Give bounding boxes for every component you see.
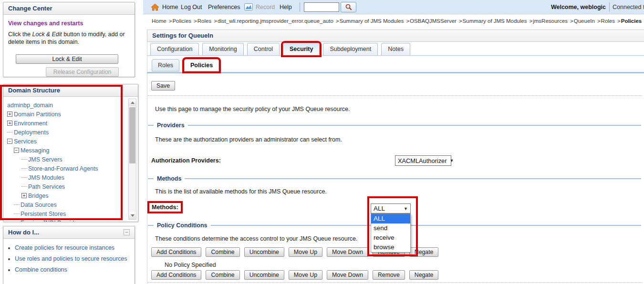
combine-button[interactable]: Combine [206, 270, 239, 280]
help-link[interactable]: Help [280, 4, 292, 10]
tree-item-store-and-forward-agents[interactable]: Store-and-Forward Agents [21, 164, 137, 173]
save-button[interactable]: Save [151, 81, 175, 91]
tree-item-data-sources[interactable]: Data Sources [14, 200, 137, 209]
breadcrumb-item[interactable]: Policies [172, 18, 191, 24]
tree-label[interactable]: Deployments [14, 129, 49, 136]
tree-label[interactable]: Store-and-Forward Agents [28, 165, 98, 172]
tree-label[interactable]: Domain Partitions [14, 111, 61, 118]
tree-label[interactable]: Messaging [21, 147, 49, 154]
separator [148, 282, 642, 283]
tree-label[interactable]: Environment [14, 120, 47, 127]
tree-label[interactable]: Data Sources [21, 202, 57, 208]
tree-item-adminbp-domain[interactable]: adminbp_domain [7, 101, 137, 110]
record-icon [244, 3, 253, 12]
link-combine-conditions[interactable]: Combine conditions [15, 266, 67, 273]
tree-label[interactable]: Bridges [28, 193, 48, 199]
methods-select-value: ALL [374, 205, 385, 212]
option-send[interactable]: send [371, 223, 410, 233]
collapse-panel-icon[interactable]: − [124, 229, 130, 235]
expand-icon[interactable]: + [7, 121, 12, 126]
tab-monitoring[interactable]: Monitoring [202, 43, 243, 55]
tab-configuration[interactable]: Configuration [150, 43, 199, 55]
lock-edit-button[interactable]: Lock & Edit [16, 54, 118, 64]
collapse-icon[interactable]: − [14, 148, 19, 153]
tab-control[interactable]: Control [247, 43, 280, 55]
add-conditions-button[interactable]: Add Conditions [151, 247, 201, 257]
methods-section-title: Methods [157, 175, 181, 182]
tree-item-messaging[interactable]: −Messaging [14, 146, 137, 155]
search-icon [345, 3, 353, 11]
subtab-policies[interactable]: Policies [184, 59, 219, 71]
expand-icon[interactable]: + [7, 112, 12, 117]
link-use-roles-policies[interactable]: Use roles and policies to secure resourc… [15, 255, 127, 262]
scrollbar-thumb[interactable] [129, 107, 135, 163]
add-conditions-button[interactable]: Add Conditions [151, 270, 201, 280]
list-item: Use roles and policies to secure resourc… [15, 255, 135, 262]
tree-scrollbar[interactable] [128, 99, 136, 220]
scroll-up-icon[interactable] [129, 99, 136, 106]
breadcrumb-item[interactable]: dist_wli.reporting.jmsprovider_error.que… [218, 18, 333, 24]
move-down-button[interactable]: Move Down [327, 247, 368, 257]
tree-label[interactable]: Persistent Stores [21, 211, 66, 217]
scroll-down-icon[interactable] [129, 212, 136, 219]
negate-button[interactable]: Negate [409, 270, 439, 280]
home-link[interactable]: Home [162, 4, 178, 10]
breadcrumb-item[interactable]: Home [152, 18, 166, 24]
authorization-providers-select[interactable]: XACMLAuthorizer ▼ [395, 155, 451, 166]
methods-select[interactable]: ALL ▼ [371, 203, 411, 213]
view-changes-link[interactable]: View changes and restarts [8, 20, 130, 27]
tab-subdeployment[interactable]: Subdeployment [323, 43, 378, 55]
breadcrumb-item[interactable]: Summary of JMS Modules [463, 18, 527, 24]
tree-label[interactable]: Services [14, 138, 37, 145]
tree-item-environment[interactable]: +Environment [7, 119, 137, 128]
tree-item-persistent-stores[interactable]: Persistent Stores [14, 209, 137, 218]
tree-item-jms-modules[interactable]: JMS Modules [21, 173, 137, 182]
search-input[interactable] [304, 2, 339, 12]
uncombine-button[interactable]: Uncombine [244, 247, 284, 257]
negate-button[interactable]: Negate [409, 247, 439, 257]
tree-label[interactable]: JMS Servers [28, 156, 62, 163]
tree-connector [7, 132, 13, 132]
link-create-policies[interactable]: Create policies for resource instances [15, 244, 114, 251]
tree-item-foreign-jndi-providers[interactable]: Foreign JNDI Providers [14, 218, 137, 222]
option-receive[interactable]: receive [371, 233, 410, 243]
preferences-link[interactable]: Preferences [208, 4, 240, 10]
tree-label[interactable]: adminbp_domain [7, 102, 53, 109]
breadcrumb-item[interactable]: OSBAQJMSServer [410, 18, 457, 24]
breadcrumb-item[interactable]: Roles [197, 18, 211, 24]
tree-label[interactable]: Foreign JNDI Providers [21, 220, 83, 223]
move-up-button[interactable]: Move Up [289, 247, 322, 257]
uncombine-button[interactable]: Uncombine [244, 270, 284, 280]
collapse-icon[interactable]: − [7, 139, 12, 144]
tree-item-domain-partitions[interactable]: +Domain Partitions [7, 110, 137, 119]
breadcrumb-item[interactable]: Roles [601, 18, 615, 24]
breadcrumb-separator: > [169, 18, 172, 24]
tree-item-bridges[interactable]: +Bridges [21, 191, 137, 200]
domain-structure-panel: Domain Structure adminbp_domain +Domain … [3, 84, 138, 222]
tree-label[interactable]: JMS Modules [28, 174, 64, 181]
tree-item-services[interactable]: −Services [7, 137, 137, 146]
tree-label[interactable]: Path Services [28, 183, 65, 190]
option-all[interactable]: ALL [371, 214, 410, 223]
move-down-button[interactable]: Move Down [327, 270, 368, 280]
breadcrumb-item[interactable]: QueueIn [574, 18, 595, 24]
domain-structure-title-text: Domain Structure [8, 84, 60, 96]
combine-button[interactable]: Combine [206, 247, 239, 257]
tree-item-jms-servers[interactable]: JMS Servers [21, 155, 137, 164]
tree-item-path-services[interactable]: Path Services [21, 182, 137, 191]
option-browse[interactable]: browse [371, 243, 410, 252]
breadcrumb-separator: > [214, 18, 217, 24]
tree-item-deployments[interactable]: Deployments [7, 128, 137, 137]
chevron-down-icon: ▼ [449, 158, 454, 163]
tab-security[interactable]: Security [283, 43, 320, 55]
breadcrumb-item[interactable]: jmsResources [533, 18, 568, 24]
logout-link[interactable]: Log Out [181, 4, 202, 10]
expand-icon[interactable]: + [21, 193, 27, 198]
move-up-button[interactable]: Move Up [289, 270, 322, 280]
subtab-roles[interactable]: Roles [152, 59, 179, 71]
remove-button[interactable]: Remove [373, 270, 405, 280]
breadcrumb-item[interactable]: Summary of JMS Modules [340, 18, 404, 24]
tab-notes[interactable]: Notes [381, 43, 410, 55]
home-icon[interactable] [151, 3, 159, 12]
search-button[interactable] [341, 2, 356, 12]
